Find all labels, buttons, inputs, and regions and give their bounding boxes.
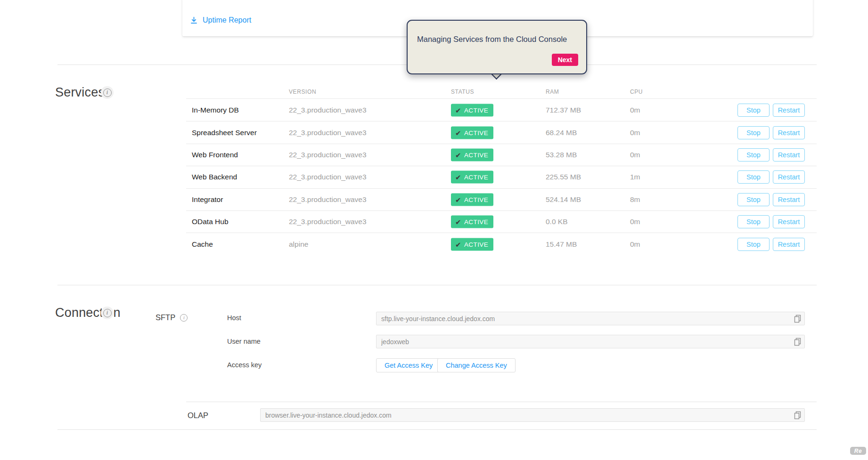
column-header-status: STATUS xyxy=(451,89,474,95)
restart-button[interactable]: Restart xyxy=(773,238,805,251)
table-row: In-Memory DB 22_3.production_wave3 ✔ ACT… xyxy=(186,99,817,121)
service-status: ✔ ACTIVE xyxy=(451,126,493,139)
service-status: ✔ ACTIVE xyxy=(451,148,493,161)
column-header-ram: RAM xyxy=(546,89,559,95)
connection-info-icon[interactable]: i xyxy=(101,307,114,319)
restart-button[interactable]: Restart xyxy=(773,170,805,184)
services-title: Services xyxy=(55,85,105,100)
service-cpu: 0m xyxy=(630,240,640,249)
service-name: Web Backend xyxy=(192,173,237,181)
status-badge: ✔ ACTIVE xyxy=(451,104,493,116)
sftp-olap-divider xyxy=(186,402,817,402)
host-value: sftp.live-your-instance.cloud.jedox.com xyxy=(381,315,495,323)
table-row: OData Hub 22_3.production_wave3 ✔ ACTIVE… xyxy=(186,210,817,233)
service-ram: 0.0 KB xyxy=(546,218,568,226)
service-name: Cache xyxy=(192,240,213,249)
olap-input[interactable]: browser.live-your-instance.cloud.jedox.c… xyxy=(260,408,805,422)
stop-button[interactable]: Stop xyxy=(737,238,770,251)
table-row: Spreadsheet Server 22_3.production_wave3… xyxy=(186,121,817,143)
service-cpu: 8m xyxy=(630,195,640,204)
restart-button[interactable]: Restart xyxy=(773,126,805,139)
check-icon: ✔ xyxy=(455,174,461,181)
service-ram: 225.55 MB xyxy=(546,173,581,181)
status-badge-label: ACTIVE xyxy=(464,196,488,203)
restart-button[interactable]: Restart xyxy=(773,104,805,117)
section-divider-middle xyxy=(57,285,817,285)
host-label: Host xyxy=(227,314,241,322)
cloud-console-page: Uptime Report Services i VERSION STATUS … xyxy=(0,0,868,460)
service-status: ✔ ACTIVE xyxy=(451,238,493,250)
restart-button[interactable]: Restart xyxy=(773,193,805,206)
service-status: ✔ ACTIVE xyxy=(451,104,493,116)
table-row: Cache alpine ✔ ACTIVE 15.47 MB 0m Stop R… xyxy=(186,233,817,255)
column-header-version: VERSION xyxy=(289,89,316,95)
status-badge-label: ACTIVE xyxy=(464,218,488,226)
status-badge: ✔ ACTIVE xyxy=(451,171,493,184)
service-status: ✔ ACTIVE xyxy=(451,171,493,184)
status-badge-label: ACTIVE xyxy=(464,151,488,158)
uptime-report-link[interactable]: Uptime Report xyxy=(190,16,251,24)
service-name: Spreadsheet Server xyxy=(192,129,257,137)
next-button[interactable]: Next xyxy=(552,54,578,66)
download-icon xyxy=(190,16,198,24)
services-info-icon[interactable]: i xyxy=(101,86,114,99)
service-name: In-Memory DB xyxy=(192,106,239,114)
column-header-cpu: CPU xyxy=(630,89,643,95)
service-status: ✔ ACTIVE xyxy=(451,216,493,228)
service-status: ✔ ACTIVE xyxy=(451,193,493,206)
status-badge: ✔ ACTIVE xyxy=(451,238,493,250)
stop-button[interactable]: Stop xyxy=(737,170,770,184)
sftp-group-label: SFTP i xyxy=(156,313,188,322)
status-badge-label: ACTIVE xyxy=(464,106,488,113)
stop-button[interactable]: Stop xyxy=(737,148,770,161)
service-version: 22_3.production_wave3 xyxy=(289,173,367,181)
stop-button[interactable]: Stop xyxy=(737,104,770,117)
service-version: 22_3.production_wave3 xyxy=(289,218,367,226)
stop-button[interactable]: Stop xyxy=(737,193,770,206)
service-ram: 15.47 MB xyxy=(546,240,577,249)
uptime-report-label: Uptime Report xyxy=(203,16,251,24)
re-watermark-badge: Re xyxy=(850,447,866,455)
service-version: 22_3.production_wave3 xyxy=(289,106,367,114)
copy-icon[interactable] xyxy=(793,315,802,323)
service-cpu: 0m xyxy=(630,129,640,137)
service-ram: 68.24 MB xyxy=(546,129,577,137)
service-name: Integrator xyxy=(192,195,223,204)
service-ram: 524.14 MB xyxy=(546,195,581,204)
service-version: alpine xyxy=(289,240,308,249)
status-badge: ✔ ACTIVE xyxy=(451,216,493,228)
services-table-header: VERSION STATUS RAM CPU xyxy=(186,85,817,99)
status-badge: ✔ ACTIVE xyxy=(451,193,493,206)
copy-icon[interactable] xyxy=(793,411,802,420)
table-row: Integrator 22_3.production_wave3 ✔ ACTIV… xyxy=(186,188,817,210)
tour-tooltip: Managing Services from the Cloud Console… xyxy=(407,20,587,74)
get-access-key-button[interactable]: Get Access Key xyxy=(376,358,441,372)
service-cpu: 0m xyxy=(630,218,640,226)
status-badge-label: ACTIVE xyxy=(464,174,488,181)
restart-button[interactable]: Restart xyxy=(773,215,805,228)
host-input[interactable]: sftp.live-your-instance.cloud.jedox.com xyxy=(376,312,805,325)
check-icon: ✔ xyxy=(455,218,461,226)
stop-button[interactable]: Stop xyxy=(737,126,770,139)
service-version: 22_3.production_wave3 xyxy=(289,195,367,204)
status-badge-label: ACTIVE xyxy=(464,241,488,248)
table-row: Web Backend 22_3.production_wave3 ✔ ACTI… xyxy=(186,166,817,188)
status-badge: ✔ ACTIVE xyxy=(451,148,493,161)
re-badge-label: Re xyxy=(854,448,862,454)
restart-button[interactable]: Restart xyxy=(773,148,805,161)
check-icon: ✔ xyxy=(455,129,461,136)
olap-value: browser.live-your-instance.cloud.jedox.c… xyxy=(265,412,392,419)
olap-label: OLAP xyxy=(188,411,208,420)
copy-icon[interactable] xyxy=(793,338,802,346)
service-cpu: 0m xyxy=(630,151,640,159)
username-input[interactable]: jedoxweb xyxy=(376,335,805,348)
sftp-info-icon[interactable]: i xyxy=(180,314,188,322)
access-key-label: Access key xyxy=(227,361,262,369)
username-value: jedoxweb xyxy=(381,338,409,346)
service-ram: 712.37 MB xyxy=(546,106,581,114)
service-ram: 53.28 MB xyxy=(546,151,577,159)
service-version: 22_3.production_wave3 xyxy=(289,151,367,159)
change-access-key-button[interactable]: Change Access Key xyxy=(437,358,516,372)
stop-button[interactable]: Stop xyxy=(737,215,770,228)
section-divider-bottom xyxy=(57,429,817,430)
